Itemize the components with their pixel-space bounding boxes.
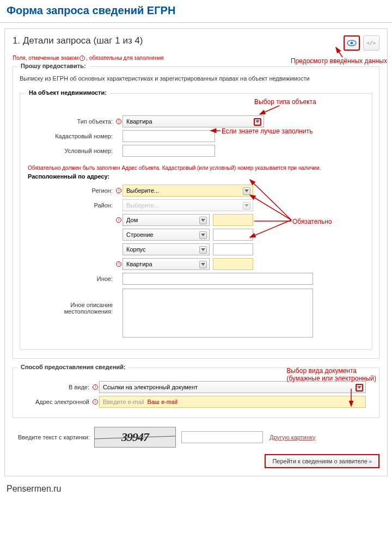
- next-step-button[interactable]: Перейти к сведениям о заявителе: [265, 454, 379, 468]
- region-select[interactable]: Выберите...: [122, 185, 253, 197]
- korpus-number-input[interactable]: [213, 243, 253, 255]
- code-view-button[interactable]: </>: [363, 35, 379, 51]
- required-icon: [115, 217, 122, 223]
- required-icon: [115, 119, 122, 124]
- object-fieldset: На объект недвижимости: Тип объекта: Ква…: [20, 93, 372, 350]
- conditional-input[interactable]: [122, 145, 215, 157]
- type-label: Тип объекта:: [28, 118, 115, 125]
- main-form-box: 1. Детали запроса (шаг 1 из 4) </> Поля,…: [4, 28, 388, 476]
- chevron-down-icon: [199, 231, 207, 239]
- region-label: Регион:: [28, 187, 115, 194]
- building-number-input[interactable]: [213, 229, 253, 241]
- flat-number-input[interactable]: [213, 258, 253, 270]
- address-legend: Расположенный по адресу:: [28, 173, 364, 180]
- chevron-down-icon: [254, 118, 261, 126]
- required-icon: [115, 261, 122, 267]
- page-title: Форма запроса сведений ЕГРН: [0, 0, 392, 23]
- flat-type-select[interactable]: Квартира: [122, 258, 210, 270]
- required-icon: [91, 384, 99, 390]
- svg-point-1: [351, 42, 353, 45]
- conditional-label: Условный номер:: [28, 148, 115, 154]
- captcha-refresh-link[interactable]: Другую картинку: [270, 434, 316, 440]
- chevron-down-icon: [243, 187, 250, 195]
- house-number-input[interactable]: [213, 214, 253, 226]
- cadastral-input[interactable]: [122, 130, 215, 142]
- email-label: Адрес электронной: [21, 399, 91, 405]
- district-label: Район:: [28, 202, 115, 209]
- other-desc-label: Иное описание местоположения:: [28, 289, 115, 315]
- district-select[interactable]: Выберите...: [122, 199, 253, 211]
- captcha-label: Введите текст с картинки:: [13, 434, 92, 440]
- object-type-select[interactable]: Квартира: [122, 115, 264, 127]
- cadastral-label: Кадастровый номер:: [28, 133, 115, 139]
- step-title: 1. Детали запроса (шаг 1 из 4): [13, 35, 143, 46]
- required-fields-note: Поля, отмеченные знаком!, обязательны дл…: [13, 55, 379, 61]
- preview-button[interactable]: [344, 35, 360, 51]
- other-desc-textarea[interactable]: [122, 289, 313, 338]
- korpus-type-select[interactable]: Корпус: [122, 243, 210, 255]
- captcha-image: 39947: [94, 427, 176, 448]
- delivery-legend: Способ предоставления сведений:: [17, 364, 129, 370]
- required-icon: [91, 399, 99, 405]
- captcha-input[interactable]: [181, 431, 263, 443]
- other-label: Иное:: [28, 275, 115, 282]
- chevron-down-icon: [199, 217, 207, 224]
- eye-icon: [347, 40, 357, 46]
- svg-line-2: [260, 106, 279, 114]
- chevron-down-icon: [243, 202, 250, 210]
- address-warning: Обязательно должен быть заполнен Адрес о…: [28, 165, 364, 171]
- chevron-down-icon: [356, 384, 363, 391]
- other-input[interactable]: [122, 273, 313, 285]
- provide-legend: Прошу предоставить:: [17, 63, 89, 69]
- annotation-type-select: Выбор типа объекта: [254, 98, 316, 106]
- object-legend: На объект недвижимости:: [26, 89, 110, 96]
- house-type-select[interactable]: Дом: [122, 214, 210, 226]
- code-icon: </>: [367, 40, 376, 46]
- provide-fieldset: Прошу предоставить: Выписку из ЕГРН об о…: [13, 66, 379, 358]
- email-input[interactable]: Введите e-mail Ваш e-mail: [99, 396, 366, 408]
- building-type-select[interactable]: Строение: [122, 229, 210, 241]
- delivery-fieldset: Способ предоставления сведений: В виде: …: [13, 368, 379, 418]
- email-hint: Ваш e-mail: [148, 399, 177, 405]
- delivery-form-select[interactable]: Ссылки на электронный документ: [99, 381, 366, 393]
- delivery-form-label: В виде:: [21, 384, 91, 390]
- provide-text: Выписку из ЕГРН об основных характеристи…: [20, 75, 372, 83]
- required-icon: [115, 188, 122, 193]
- chevron-down-icon: [199, 246, 207, 254]
- chevron-down-icon: [199, 261, 207, 268]
- footer-brand: Pensermen.ru: [0, 482, 392, 498]
